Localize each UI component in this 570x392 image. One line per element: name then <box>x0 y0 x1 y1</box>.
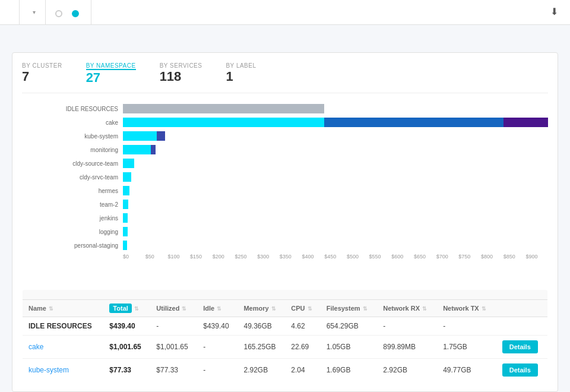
sort-icon: ⇅ <box>271 306 276 312</box>
bar-segments <box>123 157 548 169</box>
col-header-name[interactable]: Name⇅ <box>23 300 104 317</box>
table-cell[interactable]: kube-system <box>23 359 104 382</box>
x-tick-label: $250 <box>235 254 257 260</box>
bar-segment <box>123 118 324 127</box>
details-button[interactable]: Details <box>502 363 538 377</box>
bar-segment <box>324 118 503 127</box>
bar-segment <box>123 200 128 209</box>
sort-icon: ⇅ <box>134 306 139 312</box>
table-cell[interactable]: cake <box>23 336 104 359</box>
table-section: Name⇅Total⇅Utilized⇅Idle⇅Memory⇅CPU⇅File… <box>22 289 548 382</box>
bar-segment <box>123 227 128 236</box>
bar-label: cldy-source-team <box>58 160 123 167</box>
sort-icon: ⇅ <box>308 306 312 312</box>
table-cell: $77.33 <box>150 359 197 382</box>
x-tick-label: $200 <box>213 254 235 260</box>
tab-by-label[interactable]: BY LABEL1 <box>226 62 256 86</box>
col-header-cpu[interactable]: CPU⇅ <box>285 300 320 317</box>
table-row: kube-system$77.33$77.33-2.92GB2.041.69GB… <box>23 359 548 382</box>
x-tick-label: $500 <box>347 254 369 260</box>
chart-area: IDLE RESOURCEScakekube-systemmonitoringc… <box>22 103 548 277</box>
details-button[interactable]: Details <box>502 340 538 353</box>
view-data-section[interactable]: ▾ <box>20 0 46 24</box>
table-cell: 1.75GB <box>437 336 496 359</box>
x-tick-label: $450 <box>324 254 347 260</box>
radio-checked-icon <box>72 10 79 17</box>
bar-segment <box>123 172 131 182</box>
table-cell: 49.77GB <box>437 359 496 382</box>
view-sep-option[interactable] <box>72 10 81 17</box>
bar-segments <box>123 198 548 210</box>
top-navigation: ▾ ⬇ <box>0 0 570 25</box>
details-cell <box>496 317 548 336</box>
table-cell: - <box>437 317 496 336</box>
bar-segment <box>123 186 129 195</box>
bar-label: hermes <box>58 188 123 194</box>
bar-label: IDLE RESOURCES <box>58 106 123 112</box>
chart-bar-row: cake <box>58 116 548 128</box>
tab-by-namespace[interactable]: BY NAMESPACE27 <box>86 62 136 86</box>
bar-segments <box>123 239 548 251</box>
x-tick-label: $100 <box>167 254 190 260</box>
chart-bar-row: team-2 <box>58 198 548 210</box>
x-tick-label: $150 <box>190 254 213 260</box>
x-tick-label: $550 <box>369 254 392 260</box>
col-header-utilized[interactable]: Utilized⇅ <box>150 300 197 317</box>
chart-bar-row: IDLE RESOURCES <box>58 103 548 115</box>
col-header-memory[interactable]: Memory⇅ <box>238 300 285 317</box>
table-cell: 165.25GB <box>238 336 285 359</box>
unallocated-resources-section <box>46 0 91 24</box>
x-tick-label: $300 <box>257 254 280 260</box>
x-axis: $0$50$100$150$200$250$300$350$400$450$50… <box>123 254 548 260</box>
table-cell: 654.29GB <box>321 317 378 336</box>
bar-segments <box>123 185 548 197</box>
table-cell: - <box>197 336 238 359</box>
col-header-filesystem[interactable]: Filesystem⇅ <box>321 300 378 317</box>
chart-bar-row: monitoring <box>58 144 548 156</box>
table-row: IDLE RESOURCES$439.40-$439.4049.36GB4.62… <box>23 317 548 336</box>
table-cell: 899.89MB <box>377 336 437 359</box>
x-tick-label: $700 <box>436 254 459 260</box>
col-header-network-rx[interactable]: Network RX⇅ <box>377 300 437 317</box>
bar-segment <box>123 241 127 250</box>
tab-by-cluster[interactable]: BY CLUSTER7 <box>22 62 62 86</box>
bar-segment <box>123 104 324 113</box>
cluster-selector[interactable]: ▾ <box>29 9 36 15</box>
chart-bar-row: kube-system <box>58 130 548 142</box>
bar-segments <box>123 144 548 156</box>
distribute-option[interactable] <box>55 10 65 17</box>
col-header-total[interactable]: Total⇅ <box>103 300 150 317</box>
table-cell: IDLE RESOURCES <box>23 317 104 336</box>
details-cell: Details <box>496 336 548 359</box>
x-tick-label: $600 <box>391 254 414 260</box>
chevron-down-icon: ▾ <box>33 9 36 15</box>
bar-segment <box>123 145 151 154</box>
namespaces-table: Name⇅Total⇅Utilized⇅Idle⇅Memory⇅CPU⇅File… <box>22 289 548 382</box>
x-tick-label: $750 <box>458 254 481 260</box>
table-cell: 2.92GB <box>238 359 285 382</box>
bar-segment <box>504 118 548 127</box>
table-cell: 4.62 <box>285 317 320 336</box>
bar-segments <box>123 116 548 128</box>
bar-label: cldy-srvc-team <box>58 174 123 181</box>
main-content: BY CLUSTER7BY NAMESPACE27BY SERVICES118B… <box>0 25 570 392</box>
tab-by-services[interactable]: BY SERVICES118 <box>160 62 202 86</box>
sort-icon: ⇅ <box>49 306 53 312</box>
col-header-network-tx[interactable]: Network TX⇅ <box>437 300 496 317</box>
bar-label: personal-staging <box>58 242 123 249</box>
bar-label: team-2 <box>58 201 123 208</box>
bar-label: cake <box>58 119 123 126</box>
bar-segments <box>123 226 548 238</box>
table-cell: 2.92GB <box>377 359 437 382</box>
x-tick-label: $650 <box>414 254 436 260</box>
table-cell: - <box>377 317 437 336</box>
table-cell: $439.40 <box>197 317 238 336</box>
sort-icon: ⇅ <box>217 306 221 312</box>
col-header-idle[interactable]: Idle⇅ <box>197 300 238 317</box>
bar-segment <box>123 213 128 223</box>
bar-label: monitoring <box>58 147 123 153</box>
custom-date-section <box>0 0 20 24</box>
bar-segment <box>123 131 157 141</box>
export-button[interactable]: ⬇ <box>539 0 571 24</box>
chart-bar-row: cldy-source-team <box>58 157 548 169</box>
